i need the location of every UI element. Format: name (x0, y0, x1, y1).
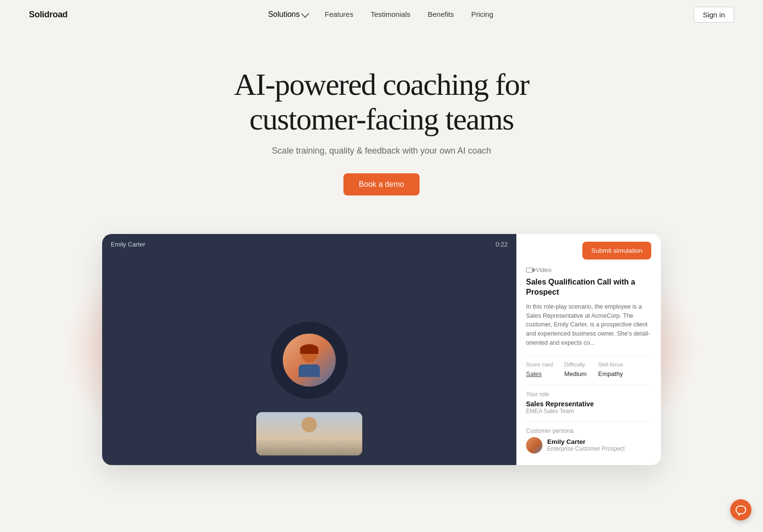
customer-persona-section: Customer persona Emily Carter Enterprise… (526, 428, 651, 454)
nav-item-testimonials[interactable]: Testimonials (370, 10, 410, 19)
info-panel: Submit simulation Video Sales Qualificat… (516, 234, 661, 465)
nav-testimonials-label[interactable]: Testimonials (370, 10, 410, 18)
info-type-row: Video (526, 266, 651, 273)
info-meta-row: Score card Sales Difficulty Medium Skill… (526, 362, 651, 378)
scorecard-value[interactable]: Sales (526, 370, 542, 377)
chevron-down-icon (301, 10, 309, 18)
persona-avatar-image (526, 437, 542, 454)
hero-title: AI-powered coaching for customer-facing … (213, 67, 550, 136)
customer-persona-label: Customer persona (526, 428, 651, 434)
persona-info: Emily Carter Enterprise Customer Prospec… (547, 438, 625, 452)
hero-subtitle: Scale training, quality & feedback with … (10, 146, 753, 156)
persona-row: Emily Carter Enterprise Customer Prospec… (526, 437, 651, 454)
avatar-ring (271, 322, 348, 399)
nav-solutions-label: Solutions (268, 10, 300, 19)
nav-links: Solutions Features Testimonials Benefits… (268, 10, 493, 19)
divider-1 (526, 355, 651, 356)
nav-item-benefits[interactable]: Benefits (428, 10, 454, 19)
difficulty-item: Difficulty Medium (565, 362, 587, 378)
divider-2 (526, 385, 651, 385)
role-title: Sales Representative (526, 400, 651, 408)
scorecard-label: Score card (526, 362, 553, 367)
scorecard-item: Score card Sales (526, 362, 553, 378)
nav-item-features[interactable]: Features (325, 10, 353, 19)
persona-name: Emily Carter (547, 438, 625, 445)
avatar-inner (283, 334, 336, 387)
avatar-hair (300, 344, 318, 354)
avatar-body (299, 364, 320, 377)
info-panel-header: Submit simulation (516, 234, 661, 266)
skill-item: Skill focus Empathy (598, 362, 623, 378)
nav-features-label[interactable]: Features (325, 10, 353, 18)
mini-person-head (302, 417, 317, 432)
submit-simulation-button[interactable]: Submit simulation (582, 242, 651, 260)
video-icon (526, 268, 533, 272)
chat-bubble-icon (736, 506, 746, 514)
video-timer: 0:22 (496, 241, 508, 248)
nav-benefits-label[interactable]: Benefits (428, 10, 454, 18)
demo-card: Emily Carter 0:22 (102, 234, 661, 465)
hero-section: AI-powered coaching for customer-facing … (0, 29, 763, 224)
video-participant-name: Emily Carter (111, 241, 145, 248)
chat-widget[interactable] (730, 499, 751, 520)
nav-item-pricing[interactable]: Pricing (471, 10, 493, 19)
avatar-head (302, 347, 317, 363)
your-role-label: Your role (526, 391, 651, 398)
call-description: In this role-play scenario, the employee… (526, 302, 651, 348)
book-demo-button[interactable]: Book a demo (343, 173, 420, 195)
signin-button[interactable]: Sign in (694, 7, 734, 23)
difficulty-label: Difficulty (565, 362, 587, 367)
navbar: Solidroad Solutions Features Testimonial… (0, 0, 763, 29)
mini-video (256, 412, 362, 455)
call-title: Sales Qualification Call with a Prospect (526, 277, 651, 298)
persona-avatar (526, 437, 542, 454)
info-type-label: Video (536, 266, 552, 273)
role-team: EMEA Sales Team (526, 408, 651, 415)
demo-section: Emily Carter 0:22 (92, 234, 671, 465)
avatar-person (292, 343, 326, 377)
video-header: Emily Carter 0:22 (102, 234, 516, 255)
nav-pricing-label[interactable]: Pricing (471, 10, 493, 18)
skill-label: Skill focus (598, 362, 623, 367)
your-role-section: Your role Sales Representative EMEA Sale… (526, 391, 651, 415)
difficulty-value: Medium (565, 370, 587, 377)
info-panel-body: Video Sales Qualification Call with a Pr… (516, 266, 661, 465)
persona-role: Enterprise Customer Prospect (547, 445, 625, 452)
skill-value: Empathy (598, 370, 623, 377)
video-panel: Emily Carter 0:22 (102, 234, 516, 465)
nav-item-solutions[interactable]: Solutions (268, 10, 307, 19)
divider-3 (526, 421, 651, 422)
mini-video-content (256, 412, 362, 455)
brand-logo[interactable]: Solidroad (29, 10, 67, 20)
